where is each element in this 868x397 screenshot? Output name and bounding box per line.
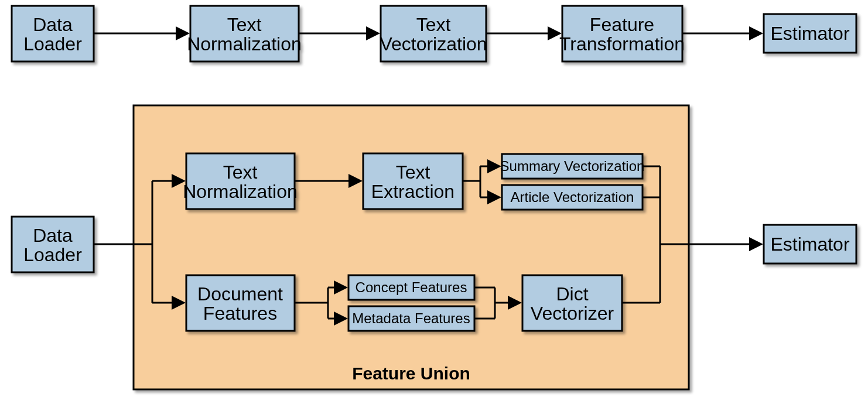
label-top-data-loader-1: Data (33, 14, 73, 35)
label-bottom-metadata-feat: Metadata Features (352, 310, 470, 326)
box-bottom-text-normalization: Text Normalization (183, 153, 298, 209)
label-bottom-dict-vect-2: Vectorizer (531, 303, 614, 324)
label-top-feat-xform-2: Transformation (559, 33, 685, 54)
label-bottom-article-vect: Article Vectorization (511, 189, 634, 205)
label-top-text-vect-2: Vectorization (380, 33, 487, 54)
box-feature-union-container (134, 105, 689, 389)
label-top-data-loader-2: Loader (23, 33, 82, 54)
box-bottom-data-loader: Data Loader (12, 217, 94, 272)
box-top-feature-transformation: Feature Transformation (559, 6, 685, 61)
label-bottom-estimator: Estimator (770, 234, 849, 255)
box-bottom-summary-vectorization: Summary Vectorization (500, 154, 645, 179)
label-bottom-concept-feat: Concept Features (356, 279, 467, 295)
box-bottom-article-vectorization: Article Vectorization (502, 185, 643, 210)
box-bottom-estimator: Estimator (764, 225, 856, 263)
label-bottom-summary-vect: Summary Vectorization (500, 158, 645, 174)
box-bottom-document-features: Document Features (186, 275, 295, 331)
label-bottom-text-extract-1: Text (396, 162, 430, 183)
label-bottom-data-loader-1: Data (33, 225, 73, 246)
box-top-data-loader: Data Loader (12, 6, 94, 61)
label-feature-union-caption: Feature Union (352, 364, 470, 383)
label-bottom-text-norm-2: Normalization (183, 181, 298, 202)
label-top-text-norm-2: Normalization (187, 33, 302, 54)
label-bottom-text-norm-1: Text (223, 162, 258, 183)
box-bottom-dict-vectorizer: Dict Vectorizer (522, 275, 622, 331)
label-bottom-doc-feat-1: Document (197, 283, 283, 304)
box-top-text-vectorization: Text Vectorization (380, 6, 487, 61)
label-top-text-norm-1: Text (227, 14, 262, 35)
label-bottom-dict-vect-1: Dict (556, 283, 588, 304)
box-top-text-normalization: Text Normalization (187, 6, 302, 61)
label-bottom-text-extract-2: Extraction (371, 181, 454, 202)
box-bottom-concept-features: Concept Features (348, 275, 474, 300)
label-bottom-doc-feat-2: Features (203, 303, 277, 324)
label-bottom-data-loader-2: Loader (23, 244, 82, 265)
label-top-feat-xform-1: Feature (590, 14, 654, 35)
box-bottom-text-extraction: Text Extraction (363, 153, 463, 209)
box-bottom-metadata-features: Metadata Features (348, 306, 474, 331)
box-top-estimator: Estimator (764, 14, 856, 53)
pipeline-diagram: Data Loader Text Normalization Text Vect… (0, 0, 868, 397)
label-top-estimator: Estimator (770, 23, 849, 44)
svg-rect-5 (134, 105, 689, 389)
label-top-text-vect-1: Text (416, 14, 451, 35)
